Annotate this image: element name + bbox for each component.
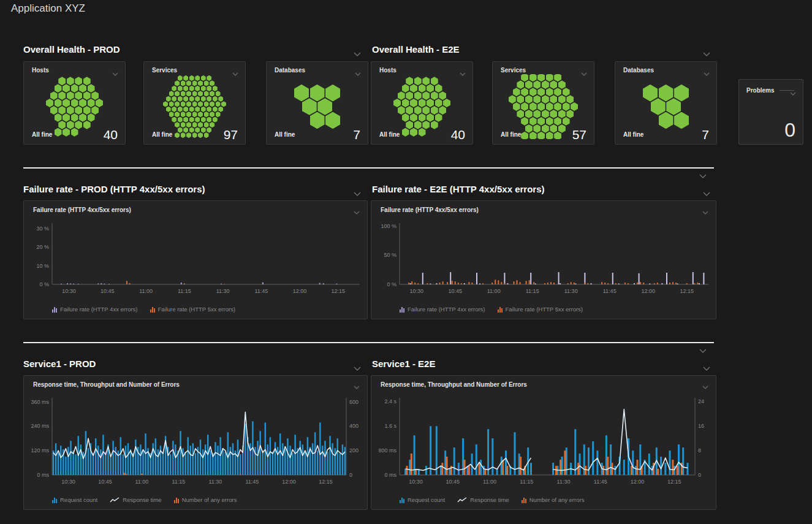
- hexagon-entity[interactable]: [210, 122, 214, 127]
- legend-item[interactable]: Request count: [400, 496, 445, 503]
- hexagon-entity[interactable]: [529, 102, 537, 111]
- hexagon-entity[interactable]: [218, 107, 223, 112]
- hexagon-entity[interactable]: [175, 91, 180, 96]
- hexagon-entity[interactable]: [563, 102, 570, 111]
- hexagon-entity[interactable]: [435, 113, 442, 122]
- chevron-down-icon[interactable]: [702, 207, 710, 212]
- chart-tile-service-prod[interactable]: Response time, Throughput and Number of …: [23, 375, 368, 510]
- hexagon-entity[interactable]: [75, 91, 82, 100]
- hexagon-entity[interactable]: [195, 96, 200, 102]
- hexagon-entity[interactable]: [431, 121, 438, 129]
- hexagon-entity[interactable]: [213, 86, 218, 91]
- hexagon-entity[interactable]: [218, 96, 223, 102]
- hexagon-entity[interactable]: [521, 74, 528, 82]
- hexagon-entity[interactable]: [422, 91, 430, 100]
- chevron-down-icon[interactable]: [459, 68, 468, 74]
- hexagon-entity[interactable]: [558, 110, 566, 118]
- hexagon-entity[interactable]: [513, 88, 520, 96]
- hexagon-entity[interactable]: [204, 91, 209, 96]
- hexagon-entity[interactable]: [186, 122, 191, 127]
- hexagon-entity[interactable]: [58, 77, 66, 85]
- hexagon-entity[interactable]: [542, 110, 549, 118]
- hexagon-entity[interactable]: [402, 128, 409, 137]
- hexagon-entity[interactable]: [521, 132, 528, 139]
- hexagon-entity[interactable]: [192, 122, 197, 127]
- hexagon-entity[interactable]: [529, 74, 537, 82]
- hexagon-entity[interactable]: [75, 77, 82, 85]
- hexagon-entity[interactable]: [183, 107, 188, 112]
- legend-item[interactable]: Number of any errors: [174, 496, 237, 503]
- hexagon-entity[interactable]: [402, 113, 409, 122]
- hexagon-entity[interactable]: [402, 84, 409, 93]
- hexagon-entity[interactable]: [533, 110, 541, 118]
- hexagon-entity[interactable]: [201, 107, 206, 112]
- hexagon-entity[interactable]: [181, 101, 186, 107]
- hexagon-entity[interactable]: [88, 84, 95, 93]
- hexagon-entity[interactable]: [189, 107, 194, 112]
- hexagon-entity[interactable]: [186, 132, 191, 138]
- hexagon-entity[interactable]: [207, 107, 211, 112]
- hexagon-entity[interactable]: [83, 91, 91, 100]
- hexagon-entity[interactable]: [181, 112, 186, 117]
- hexagon-entity[interactable]: [195, 86, 200, 91]
- chevron-down-icon[interactable]: [353, 188, 362, 194]
- hexagon-entity[interactable]: [310, 112, 325, 129]
- hexagon-entity[interactable]: [406, 121, 413, 129]
- hexagon-entity[interactable]: [410, 84, 417, 93]
- hexagon-entity[interactable]: [79, 113, 86, 122]
- hexagon-entity[interactable]: [666, 98, 681, 115]
- hexagon-entity[interactable]: [55, 128, 62, 137]
- legend-item[interactable]: Response time: [457, 496, 509, 503]
- hexagon-entity[interactable]: [189, 86, 194, 91]
- hexagon-entity[interactable]: [525, 80, 533, 89]
- hexagon-entity[interactable]: [172, 117, 176, 123]
- hexagon-entity[interactable]: [181, 80, 186, 86]
- chevron-down-icon[interactable]: [232, 68, 240, 74]
- hexagon-entity[interactable]: [198, 101, 203, 107]
- hexagon-entity[interactable]: [96, 99, 103, 107]
- hexagon-entity[interactable]: [204, 122, 209, 127]
- hexagon-entity[interactable]: [189, 117, 194, 123]
- hexagon-entity[interactable]: [63, 113, 70, 122]
- hexagon-entity[interactable]: [414, 106, 422, 115]
- hexagon-entity[interactable]: [566, 95, 574, 104]
- hexagon-entity[interactable]: [198, 112, 203, 117]
- hexagon-entity[interactable]: [546, 117, 553, 126]
- hexagon-entity[interactable]: [166, 107, 171, 112]
- health-tile-prod-databases[interactable]: Databases All fine 7: [266, 61, 368, 145]
- hexagon-entity[interactable]: [178, 117, 183, 123]
- hexagon-entity[interactable]: [79, 99, 86, 107]
- hexagon-entity[interactable]: [83, 121, 91, 129]
- hexagon-entity[interactable]: [183, 127, 188, 132]
- hexagon-entity[interactable]: [166, 96, 171, 102]
- hexagon-entity[interactable]: [46, 99, 53, 107]
- hexagon-entity[interactable]: [186, 101, 191, 107]
- chevron-down-icon[interactable]: [112, 68, 120, 74]
- hexagon-entity[interactable]: [55, 99, 62, 107]
- chevron-down-icon[interactable]: [789, 88, 798, 93]
- hexagon-entity[interactable]: [210, 101, 214, 107]
- hexagon-entity[interactable]: [58, 106, 66, 115]
- problems-tile[interactable]: Problems 0: [738, 79, 803, 145]
- hexagon-entity[interactable]: [83, 106, 91, 115]
- hexagon-entity[interactable]: [181, 122, 186, 127]
- hexagon-entity[interactable]: [550, 124, 557, 133]
- hexagon-entity[interactable]: [63, 84, 70, 93]
- hexagon-entity[interactable]: [163, 101, 168, 107]
- hexagon-entity[interactable]: [50, 106, 58, 115]
- hexagon-entity[interactable]: [213, 96, 218, 102]
- hexagon-entity[interactable]: [71, 113, 78, 122]
- hexagon-entity[interactable]: [175, 132, 180, 138]
- chevron-down-icon[interactable]: [580, 68, 589, 74]
- hexagon-entity[interactable]: [525, 124, 533, 133]
- hexagon-entity[interactable]: [88, 113, 95, 122]
- hexagon-entity[interactable]: [88, 99, 95, 107]
- hexagon-entity[interactable]: [175, 80, 180, 86]
- hexagon-entity[interactable]: [554, 117, 561, 126]
- hexagon-entity[interactable]: [651, 98, 666, 115]
- chevron-down-icon[interactable]: [353, 363, 362, 368]
- hexagon-entity[interactable]: [201, 127, 206, 132]
- hexagon-entity[interactable]: [410, 113, 417, 122]
- hexagon-entity[interactable]: [439, 91, 446, 100]
- hexagon-entity[interactable]: [207, 117, 211, 123]
